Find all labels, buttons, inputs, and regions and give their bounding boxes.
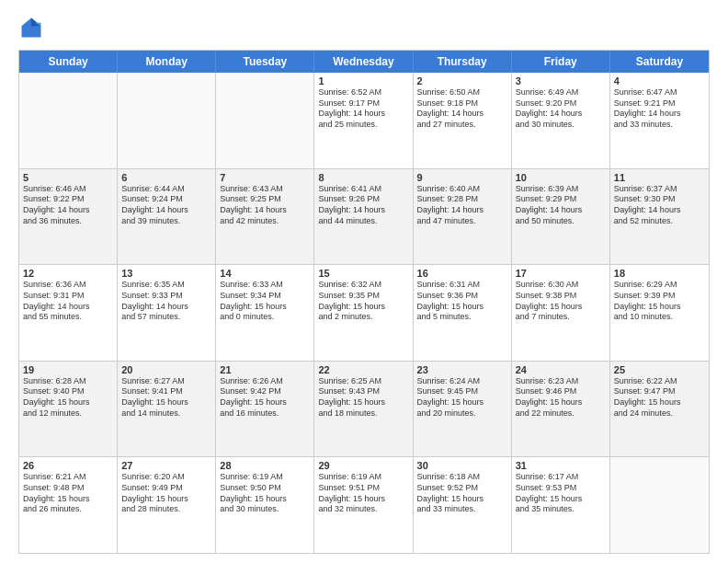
day-number: 20 [121, 364, 211, 375]
calendar-cell: 8Sunrise: 6:41 AMSunset: 9:26 PMDaylight… [314, 169, 413, 265]
cell-text: Sunrise: 6:23 AMSunset: 9:46 PMDaylight:… [516, 376, 606, 419]
cell-text: Sunrise: 6:25 AMSunset: 9:43 PMDaylight:… [318, 376, 408, 419]
day-number: 18 [614, 268, 705, 279]
day-number: 4 [614, 75, 705, 86]
day-number: 14 [220, 268, 310, 279]
calendar-cell: 15Sunrise: 6:32 AMSunset: 9:35 PMDayligh… [314, 265, 413, 361]
cell-text: Sunrise: 6:27 AMSunset: 9:41 PMDaylight:… [121, 376, 211, 419]
calendar-cell: 5Sunrise: 6:46 AMSunset: 9:22 PMDaylight… [19, 169, 118, 265]
cell-text: Sunrise: 6:47 AMSunset: 9:21 PMDaylight:… [614, 87, 705, 131]
day-number: 2 [417, 75, 507, 86]
day-number: 25 [614, 364, 705, 375]
day-number: 28 [220, 460, 310, 471]
calendar-cell: 22Sunrise: 6:25 AMSunset: 9:43 PMDayligh… [314, 362, 413, 457]
day-number: 21 [220, 364, 310, 375]
calendar-cell [216, 73, 314, 168]
calendar: SundayMondayTuesdayWednesdayThursdayFrid… [18, 50, 710, 554]
day-number: 24 [516, 364, 606, 375]
day-number: 17 [516, 268, 606, 279]
calendar-cell: 25Sunrise: 6:22 AMSunset: 9:47 PMDayligh… [610, 362, 709, 457]
cell-text: Sunrise: 6:17 AMSunset: 9:53 PMDaylight:… [516, 472, 606, 515]
cell-text: Sunrise: 6:31 AMSunset: 9:36 PMDaylight:… [417, 280, 507, 323]
calendar-cell: 13Sunrise: 6:35 AMSunset: 9:33 PMDayligh… [118, 265, 216, 361]
header [18, 15, 710, 40]
calendar-cell: 14Sunrise: 6:33 AMSunset: 9:34 PMDayligh… [216, 265, 314, 361]
calendar-week-row: 1Sunrise: 6:52 AMSunset: 9:17 PMDaylight… [19, 73, 709, 169]
day-number: 12 [23, 268, 113, 279]
day-number: 5 [23, 172, 113, 183]
calendar-week-row: 19Sunrise: 6:28 AMSunset: 9:40 PMDayligh… [19, 362, 709, 458]
calendar-cell: 12Sunrise: 6:36 AMSunset: 9:31 PMDayligh… [19, 265, 118, 361]
calendar-cell: 4Sunrise: 6:47 AMSunset: 9:21 PMDaylight… [610, 73, 709, 168]
cell-text: Sunrise: 6:19 AMSunset: 9:51 PMDaylight:… [318, 472, 408, 515]
calendar-cell: 26Sunrise: 6:21 AMSunset: 9:48 PMDayligh… [19, 457, 118, 553]
day-number: 26 [23, 460, 113, 471]
day-number: 13 [121, 268, 211, 279]
cell-text: Sunrise: 6:29 AMSunset: 9:39 PMDaylight:… [614, 280, 705, 323]
day-number: 27 [121, 460, 211, 471]
calendar-cell: 18Sunrise: 6:29 AMSunset: 9:39 PMDayligh… [610, 265, 709, 361]
day-number: 7 [220, 172, 310, 183]
day-number: 10 [516, 172, 606, 183]
cell-text: Sunrise: 6:39 AMSunset: 9:29 PMDaylight:… [516, 184, 606, 227]
calendar-cell: 30Sunrise: 6:18 AMSunset: 9:52 PMDayligh… [414, 457, 512, 553]
page: SundayMondayTuesdayWednesdayThursdayFrid… [0, 0, 728, 563]
calendar-cell: 27Sunrise: 6:20 AMSunset: 9:49 PMDayligh… [118, 457, 216, 553]
cell-text: Sunrise: 6:24 AMSunset: 9:45 PMDaylight:… [417, 376, 507, 419]
calendar-cell: 20Sunrise: 6:27 AMSunset: 9:41 PMDayligh… [118, 362, 216, 457]
cell-text: Sunrise: 6:26 AMSunset: 9:42 PMDaylight:… [220, 376, 310, 419]
calendar-week-row: 26Sunrise: 6:21 AMSunset: 9:48 PMDayligh… [19, 457, 709, 553]
cell-text: Sunrise: 6:52 AMSunset: 9:17 PMDaylight:… [318, 87, 408, 131]
cell-text: Sunrise: 6:19 AMSunset: 9:50 PMDaylight:… [220, 472, 310, 515]
calendar-cell: 2Sunrise: 6:50 AMSunset: 9:18 PMDaylight… [414, 73, 512, 168]
day-number: 11 [614, 172, 705, 183]
cell-text: Sunrise: 6:18 AMSunset: 9:52 PMDaylight:… [417, 472, 507, 515]
cell-text: Sunrise: 6:28 AMSunset: 9:40 PMDaylight:… [23, 376, 113, 419]
cell-text: Sunrise: 6:40 AMSunset: 9:28 PMDaylight:… [417, 184, 507, 227]
calendar-cell: 21Sunrise: 6:26 AMSunset: 9:42 PMDayligh… [216, 362, 314, 457]
cell-text: Sunrise: 6:41 AMSunset: 9:26 PMDaylight:… [318, 184, 408, 227]
calendar-cell [610, 457, 709, 553]
logo-icon [18, 15, 44, 40]
calendar-cell: 17Sunrise: 6:30 AMSunset: 9:38 PMDayligh… [512, 265, 610, 361]
calendar-header-cell: Thursday [414, 51, 512, 73]
day-number: 22 [318, 364, 408, 375]
calendar-cell: 11Sunrise: 6:37 AMSunset: 9:30 PMDayligh… [610, 169, 709, 265]
calendar-cell: 24Sunrise: 6:23 AMSunset: 9:46 PMDayligh… [512, 362, 610, 457]
calendar-cell: 29Sunrise: 6:19 AMSunset: 9:51 PMDayligh… [314, 457, 413, 553]
calendar-cell: 1Sunrise: 6:52 AMSunset: 9:17 PMDaylight… [314, 73, 413, 168]
cell-text: Sunrise: 6:30 AMSunset: 9:38 PMDaylight:… [516, 280, 606, 323]
calendar-cell: 3Sunrise: 6:49 AMSunset: 9:20 PMDaylight… [512, 73, 610, 168]
day-number: 29 [318, 460, 408, 471]
calendar-header: SundayMondayTuesdayWednesdayThursdayFrid… [19, 51, 709, 73]
cell-text: Sunrise: 6:50 AMSunset: 9:18 PMDaylight:… [417, 87, 507, 131]
cell-text: Sunrise: 6:32 AMSunset: 9:35 PMDaylight:… [318, 280, 408, 323]
calendar-header-cell: Monday [118, 51, 216, 73]
calendar-cell [118, 73, 216, 168]
calendar-cell: 28Sunrise: 6:19 AMSunset: 9:50 PMDayligh… [216, 457, 314, 553]
day-number: 16 [417, 268, 507, 279]
day-number: 23 [417, 364, 507, 375]
cell-text: Sunrise: 6:43 AMSunset: 9:25 PMDaylight:… [220, 184, 310, 227]
day-number: 8 [318, 172, 408, 183]
calendar-cell [19, 73, 118, 168]
day-number: 30 [417, 460, 507, 471]
day-number: 9 [417, 172, 507, 183]
calendar-header-cell: Wednesday [314, 51, 413, 73]
day-number: 6 [121, 172, 211, 183]
cell-text: Sunrise: 6:20 AMSunset: 9:49 PMDaylight:… [121, 472, 211, 515]
calendar-header-cell: Saturday [610, 51, 709, 73]
day-number: 3 [516, 75, 606, 86]
cell-text: Sunrise: 6:44 AMSunset: 9:24 PMDaylight:… [121, 184, 211, 227]
day-number: 1 [318, 75, 408, 86]
logo [18, 15, 51, 40]
calendar-cell: 10Sunrise: 6:39 AMSunset: 9:29 PMDayligh… [512, 169, 610, 265]
cell-text: Sunrise: 6:21 AMSunset: 9:48 PMDaylight:… [23, 472, 113, 515]
calendar-cell: 9Sunrise: 6:40 AMSunset: 9:28 PMDaylight… [414, 169, 512, 265]
cell-text: Sunrise: 6:37 AMSunset: 9:30 PMDaylight:… [614, 184, 705, 227]
calendar-cell: 16Sunrise: 6:31 AMSunset: 9:36 PMDayligh… [414, 265, 512, 361]
calendar-cell: 19Sunrise: 6:28 AMSunset: 9:40 PMDayligh… [19, 362, 118, 457]
calendar-cell: 6Sunrise: 6:44 AMSunset: 9:24 PMDaylight… [118, 169, 216, 265]
day-number: 31 [516, 460, 606, 471]
calendar-week-row: 12Sunrise: 6:36 AMSunset: 9:31 PMDayligh… [19, 265, 709, 362]
